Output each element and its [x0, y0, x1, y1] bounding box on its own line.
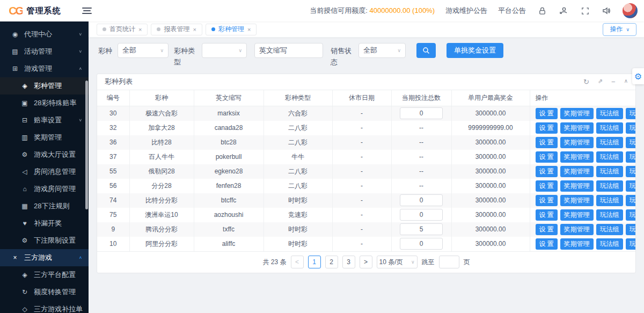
table-row: 56分分28fenfen28二八彩---300000.00设 置奖期管理玩法组玩…: [97, 179, 635, 193]
set-button[interactable]: 设 置: [536, 166, 558, 177]
maintenance-notice-link[interactable]: 游戏维护公告: [445, 6, 487, 16]
bets-input[interactable]: [400, 107, 443, 119]
fullscreen-icon[interactable]: [580, 5, 590, 16]
platform-notice-link[interactable]: 平台公告: [498, 6, 526, 16]
play-cluster-button[interactable]: 玩法群: [626, 224, 635, 235]
tab-0[interactable]: 首页统计×: [97, 24, 148, 35]
bets-input[interactable]: [400, 223, 443, 235]
prize-period-manage-button[interactable]: 奖期管理: [560, 122, 594, 134]
single-bonus-setting-button[interactable]: 单挑奖金设置: [447, 43, 503, 58]
sidebar-item-15[interactable]: ↻额度转换管理: [0, 283, 89, 301]
sidebar-item-16[interactable]: ◇三方游戏补拉单: [0, 301, 89, 313]
play-cluster-button[interactable]: 玩法群: [626, 180, 635, 192]
prize-period-manage-button[interactable]: 奖期管理: [560, 166, 594, 177]
sidebar-item-13[interactable]: ×三方游戏∧: [0, 249, 89, 266]
customer-service-icon[interactable]: [558, 5, 569, 16]
tab-1[interactable]: 报表管理×: [151, 24, 202, 35]
menu-icon: ◈: [20, 271, 29, 279]
prize-period-manage-button[interactable]: 奖期管理: [560, 224, 594, 235]
lottery-select[interactable]: 全部∨: [118, 43, 169, 58]
tab-close-icon[interactable]: ×: [247, 26, 251, 33]
play-group-button[interactable]: 玩法组: [596, 195, 623, 206]
sidebar-item-0[interactable]: ◉代理中心∨: [0, 26, 89, 43]
play-group-button[interactable]: 玩法组: [596, 224, 623, 235]
play-group-button[interactable]: 玩法组: [596, 122, 623, 134]
play-group-button[interactable]: 玩法组: [596, 151, 623, 163]
set-button[interactable]: 设 置: [536, 108, 558, 119]
page-button-2[interactable]: 2: [325, 256, 338, 268]
minimize-icon[interactable]: −: [611, 78, 616, 85]
play-group-button[interactable]: 玩法组: [596, 238, 623, 250]
operations-dropdown-button[interactable]: 操作∨: [603, 23, 636, 36]
tab-close-icon[interactable]: ×: [193, 26, 196, 33]
set-button[interactable]: 设 置: [536, 238, 558, 250]
set-button[interactable]: 设 置: [536, 180, 558, 192]
play-cluster-button[interactable]: 玩法群: [626, 238, 635, 250]
sidebar-item-10[interactable]: ▦28下注规则: [0, 198, 89, 215]
prize-period-manage-button[interactable]: 奖期管理: [560, 108, 594, 119]
prize-period-manage-button[interactable]: 奖期管理: [560, 151, 594, 163]
play-cluster-button[interactable]: 玩法群: [626, 137, 635, 148]
play-cluster-button[interactable]: 玩法群: [626, 195, 635, 206]
sidebar-item-7[interactable]: ⚙游戏大厅设置: [0, 146, 89, 163]
tab-2[interactable]: 彩种管理×: [206, 24, 257, 35]
play-group-button[interactable]: 玩法组: [596, 108, 623, 119]
search-button[interactable]: [416, 43, 436, 58]
bets-input[interactable]: [400, 194, 443, 206]
play-cluster-button[interactable]: 玩法群: [626, 108, 635, 119]
prize-period-manage-button[interactable]: 奖期管理: [560, 195, 594, 206]
set-button[interactable]: 设 置: [536, 195, 558, 206]
jump-page-input[interactable]: [439, 256, 459, 268]
sidebar-collapse-icon[interactable]: [82, 7, 92, 14]
expand-icon[interactable]: ⇗: [598, 78, 603, 85]
cell-id: 32: [97, 121, 129, 135]
status-select[interactable]: 全部∨: [358, 43, 406, 58]
play-group-button[interactable]: 玩法组: [596, 180, 623, 192]
user-avatar[interactable]: [623, 3, 638, 18]
set-button[interactable]: 设 置: [536, 151, 558, 163]
theme-settings-gear-icon[interactable]: ⚙: [632, 68, 644, 84]
collapse-icon[interactable]: ∧: [624, 78, 628, 85]
sidebar-item-5[interactable]: ⊟赔率设置∨: [0, 112, 89, 129]
type-select[interactable]: ∨: [202, 43, 247, 58]
bets-input[interactable]: [400, 209, 443, 221]
play-cluster-button[interactable]: 玩法群: [626, 209, 635, 221]
prize-period-manage-button[interactable]: 奖期管理: [560, 238, 594, 250]
lock-icon[interactable]: [537, 5, 547, 16]
page-size-select[interactable]: 10 条/页∨: [377, 256, 418, 268]
refresh-icon[interactable]: ↻: [583, 78, 589, 85]
play-cluster-button[interactable]: 玩法群: [626, 166, 635, 177]
sidebar-item-2[interactable]: ⊞游戏管理∧: [0, 60, 89, 77]
sidebar-item-1[interactable]: ▤活动管理∨: [0, 43, 89, 60]
scrollbar-thumb[interactable]: [85, 81, 88, 209]
sidebar-item-8[interactable]: ◁房间消息管理: [0, 163, 89, 180]
prize-period-manage-button[interactable]: 奖期管理: [560, 137, 594, 148]
prize-period-manage-button[interactable]: 奖期管理: [560, 180, 594, 192]
set-button[interactable]: 设 置: [536, 209, 558, 221]
page-button-1[interactable]: 1: [308, 256, 321, 268]
play-cluster-button[interactable]: 玩法群: [626, 122, 635, 134]
play-group-button[interactable]: 玩法组: [596, 137, 623, 148]
sidebar-item-11[interactable]: ♥补漏开奖: [0, 215, 89, 232]
sidebar-item-14[interactable]: ◈三方平台配置: [0, 266, 89, 283]
prev-page-button[interactable]: <: [291, 256, 304, 268]
sound-icon[interactable]: [601, 5, 612, 16]
sidebar-item-3[interactable]: ◈彩种管理: [0, 77, 89, 94]
prize-period-manage-button[interactable]: 奖期管理: [560, 209, 594, 221]
play-group-button[interactable]: 玩法组: [596, 209, 623, 221]
set-button[interactable]: 设 置: [536, 137, 558, 148]
bets-input[interactable]: [400, 238, 443, 250]
page-button-3[interactable]: 3: [342, 256, 355, 268]
sidebar-item-6[interactable]: ▥奖期管理: [0, 129, 89, 146]
play-group-button[interactable]: 玩法组: [596, 166, 623, 177]
topbar-right: 当前授信可用额度: 40000000.00 (100%) 游戏维护公告 平台公告: [310, 3, 644, 18]
play-cluster-button[interactable]: 玩法群: [626, 151, 635, 163]
set-button[interactable]: 设 置: [536, 224, 558, 235]
sidebar-item-9[interactable]: ⌂游戏房间管理: [0, 180, 89, 198]
tab-close-icon[interactable]: ×: [138, 26, 142, 33]
sidebar-item-12[interactable]: ⚙下注限制设置: [0, 232, 89, 249]
set-button[interactable]: 设 置: [536, 122, 558, 134]
sidebar-item-4[interactable]: ▣28彩特殊赔率: [0, 94, 89, 112]
english-abbr-input[interactable]: 英文缩写: [254, 43, 323, 58]
next-page-button[interactable]: >: [360, 256, 372, 268]
